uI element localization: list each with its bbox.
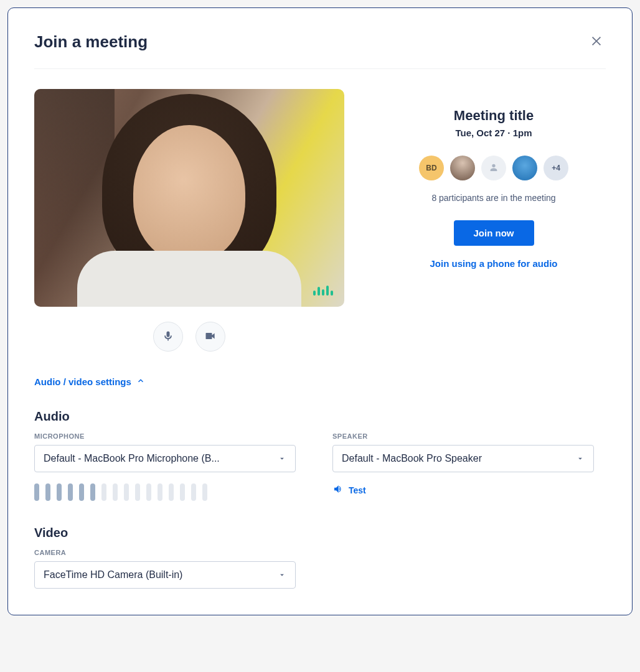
caret-down-icon	[278, 454, 286, 463]
test-speaker-label: Test	[349, 485, 366, 495]
test-speaker-button[interactable]: Test	[332, 483, 606, 497]
mic-level-meter	[34, 483, 308, 501]
participant-avatars: BD +4	[419, 156, 568, 180]
speaker-select[interactable]: Default - MacBook Pro Speaker	[332, 445, 594, 472]
camera-value: FaceTime HD Camera (Built-in)	[44, 569, 182, 581]
audio-activity-icon	[313, 286, 333, 296]
person-icon	[489, 162, 499, 174]
chevron-up-icon	[136, 376, 145, 387]
meeting-info: Meeting title Tue, Oct 27 · 1pm BD +4 8 …	[382, 89, 606, 352]
speaker-value: Default - MacBook Pro Speaker	[342, 453, 482, 464]
audio-section-title: Audio	[34, 409, 606, 424]
camera-label: CAMERA	[34, 549, 606, 556]
av-settings-toggle[interactable]: Audio / video settings	[34, 376, 606, 387]
modal-header: Join a meeting	[34, 32, 606, 69]
caret-down-icon	[278, 571, 286, 579]
join-meeting-modal: Join a meeting	[7, 7, 633, 615]
speaker-icon	[332, 483, 344, 497]
av-settings-label: Audio / video settings	[34, 376, 131, 387]
top-area: Meeting title Tue, Oct 27 · 1pm BD +4 8 …	[34, 89, 606, 352]
meeting-title: Meeting title	[454, 108, 534, 124]
video-preview	[34, 89, 344, 307]
speaker-label: SPEAKER	[332, 432, 606, 440]
video-settings: CAMERA FaceTime HD Camera (Built-in)	[34, 549, 606, 589]
avatar-photo[interactable]	[512, 156, 537, 180]
camera-button[interactable]	[195, 322, 225, 352]
modal-title: Join a meeting	[34, 32, 148, 52]
avatar-overflow[interactable]: +4	[544, 156, 568, 180]
microphone-select[interactable]: Default - MacBook Pro Microphone (B...	[34, 445, 296, 472]
meeting-time: Tue, Oct 27 · 1pm	[455, 128, 532, 138]
camera-icon	[204, 330, 217, 344]
video-section-title: Video	[34, 526, 606, 540]
avatar-placeholder[interactable]	[481, 156, 506, 180]
preview-column	[34, 89, 344, 352]
microphone-field: MICROPHONE Default - MacBook Pro Microph…	[34, 432, 308, 501]
join-by-phone-link[interactable]: Join using a phone for audio	[430, 258, 558, 269]
microphone-icon	[162, 330, 174, 344]
camera-select[interactable]: FaceTime HD Camera (Built-in)	[34, 561, 296, 589]
speaker-field: SPEAKER Default - MacBook Pro Speaker Te…	[332, 432, 606, 501]
close-icon	[590, 40, 603, 50]
microphone-value: Default - MacBook Pro Microphone (B...	[44, 453, 220, 464]
preview-controls	[34, 322, 344, 352]
avatar-initials[interactable]: BD	[419, 156, 444, 180]
close-button[interactable]	[587, 32, 606, 52]
mute-button[interactable]	[153, 322, 183, 352]
join-now-button[interactable]: Join now	[454, 220, 534, 246]
avatar-photo[interactable]	[450, 156, 475, 180]
audio-settings: MICROPHONE Default - MacBook Pro Microph…	[34, 432, 606, 501]
participants-count: 8 participants are in the meeting	[431, 193, 555, 203]
caret-down-icon	[576, 454, 585, 463]
microphone-label: MICROPHONE	[34, 432, 308, 440]
